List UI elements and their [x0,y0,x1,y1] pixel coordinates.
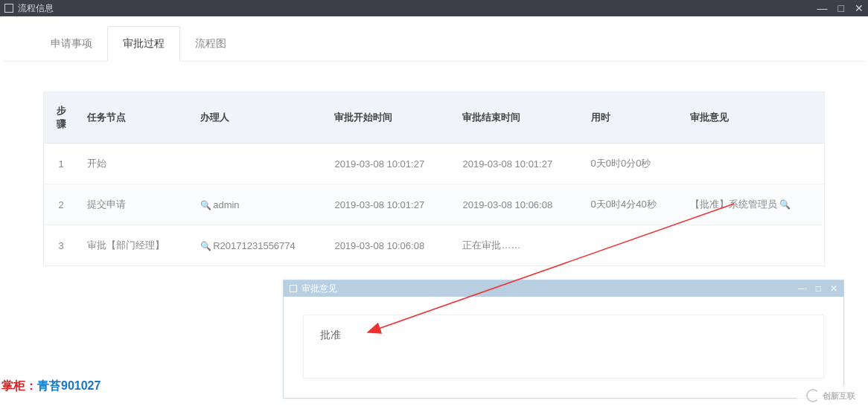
cell-duration [582,225,681,266]
approval-opinion-text: 批准 [320,329,341,341]
minimize-button[interactable]: — [817,3,828,13]
subwin-maximize-button[interactable]: □ [816,284,821,293]
cell-node: 提交申请 [78,184,191,225]
magnifier-icon[interactable]: 🔍 [779,199,791,210]
cell-end: 2019-03-08 10:06:08 [453,184,581,225]
approval-table: 步骤 任务节点 办理人 审批开始时间 审批结束时间 用时 审批意见 1开始201… [44,92,824,265]
cell-start: 2019-03-08 10:01:27 [325,144,453,184]
tab-approval-process[interactable]: 审批过程 [107,26,180,62]
subwin-titlebar[interactable]: 审批意见 — □ ✕ [284,280,843,297]
cell-start: 2019-03-08 10:06:08 [325,225,453,266]
cell-opinion [681,144,824,184]
subwin-title: 审批意见 [301,283,337,295]
table-row: 3审批【部门经理】🔍R201712315567742019-03-08 10:0… [44,225,824,266]
approval-opinion-card: 批准 [303,315,824,379]
tab-flowchart[interactable]: 流程图 [180,27,241,61]
main-window-titlebar: 流程信息 — □ ✕ [0,0,868,16]
cell-end: 2019-03-08 10:01:27 [453,144,581,184]
cell-handler: 🔍admin [191,184,325,225]
approval-table-wrap: 步骤 任务节点 办理人 审批开始时间 审批结束时间 用时 审批意见 1开始201… [43,91,825,266]
col-node: 任务节点 [78,92,191,144]
footer-prefix: 掌柜： [1,379,37,392]
table-row: 1开始2019-03-08 10:01:272019-03-08 10:01:2… [44,144,824,184]
col-start: 审批开始时间 [325,92,453,144]
cell-start: 2019-03-08 10:01:27 [325,184,453,225]
cell-opinion: 【批准】系统管理员 🔍 [681,184,824,225]
cell-duration: 0天0时0分0秒 [582,144,681,184]
window-controls: — □ ✕ [817,3,864,13]
footer-user: 青苔901027 [37,379,100,392]
cell-step: 1 [44,144,78,184]
table-row: 2提交申请🔍admin2019-03-08 10:01:272019-03-08… [44,184,824,225]
close-button[interactable]: ✕ [855,3,864,13]
col-handler: 办理人 [191,92,325,144]
approval-opinion-window: 审批意见 — □ ✕ 批准 [283,280,844,399]
cell-step: 3 [44,225,78,266]
col-duration: 用时 [582,92,681,144]
table-header-row: 步骤 任务节点 办理人 审批开始时间 审批结束时间 用时 审批意见 [44,92,824,144]
subwin-icon [290,285,297,292]
subwin-body: 批准 [284,297,843,396]
subwin-minimize-button[interactable]: — [798,284,807,293]
cell-opinion [681,225,824,266]
tab-apply[interactable]: 申请事项 [36,27,107,61]
cell-handler [191,144,325,184]
tabs-bar: 申请事项 审批过程 流程图 [3,25,865,62]
col-opinion: 审批意见 [681,92,824,144]
cell-handler: 🔍R20171231556774 [191,225,325,266]
cell-node: 审批【部门经理】 [78,225,191,266]
cell-node: 开始 [78,144,191,184]
maximize-button[interactable]: □ [838,3,844,13]
watermark-logo-icon [806,389,820,402]
cell-end: 正在审批…… [453,225,581,266]
cell-step: 2 [44,184,78,225]
watermark-text: 创新互联 [823,390,855,402]
watermark: 创新互联 [797,385,865,406]
magnifier-icon[interactable]: 🔍 [200,241,211,251]
footer-note: 掌柜：青苔901027 [1,379,100,394]
col-step: 步骤 [44,92,78,144]
col-end: 审批结束时间 [453,92,581,144]
cell-duration: 0天0时4分40秒 [582,184,681,225]
window-title: 流程信息 [18,2,54,15]
subwin-close-button[interactable]: ✕ [830,284,837,293]
subwin-controls: — □ ✕ [798,284,837,293]
window-icon [4,4,13,13]
magnifier-icon[interactable]: 🔍 [200,200,211,210]
